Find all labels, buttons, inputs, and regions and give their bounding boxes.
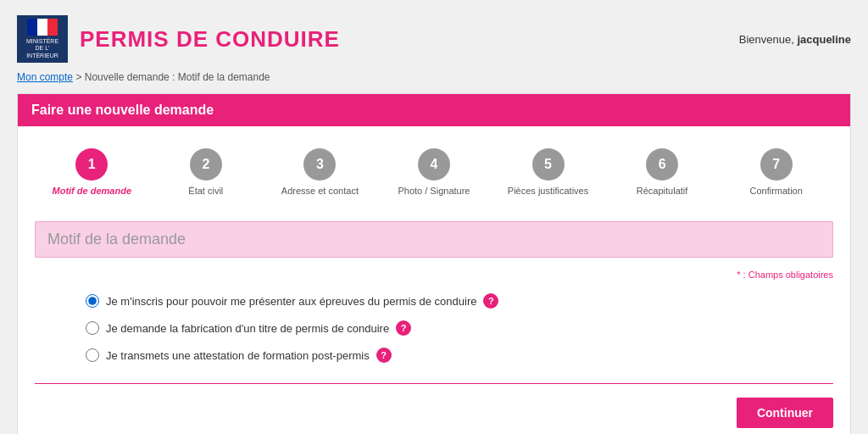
logo-text: MINISTÈREDE L'INTÉRIEUR	[26, 38, 58, 59]
step-2[interactable]: 2 État civil	[164, 148, 248, 196]
logo: MINISTÈREDE L'INTÉRIEUR	[17, 15, 68, 63]
help-icon-1[interactable]: ?	[483, 293, 498, 309]
radio-option-3[interactable]	[86, 348, 99, 362]
step-7-circle: 7	[760, 148, 793, 181]
step-5-label: Pièces justificatives	[508, 186, 588, 196]
step-5-circle: 5	[532, 148, 565, 181]
section-title: Motif de la demande	[47, 231, 186, 248]
step-6-label: Récapitulatif	[637, 186, 688, 196]
radio-option-2[interactable]	[86, 321, 99, 335]
help-icon-3[interactable]: ?	[376, 348, 392, 363]
breadcrumb-account-link[interactable]: Mon compte	[17, 71, 73, 83]
breadcrumb: Mon compte > Nouvelle demande : Motif de…	[17, 71, 851, 83]
radio-label-1[interactable]: Je m'inscris pour pouvoir me présenter a…	[106, 295, 476, 308]
breadcrumb-current: Nouvelle demande : Motif de la demande	[85, 71, 270, 83]
radio-item-1: Je m'inscris pour pouvoir me présenter a…	[86, 293, 833, 309]
step-6-circle: 6	[646, 148, 678, 181]
breadcrumb-separator: >	[75, 71, 84, 83]
welcome-text: Bienvenue, jacqueline	[739, 33, 851, 46]
step-5[interactable]: 5 Pièces justificatives	[506, 148, 591, 196]
step-4[interactable]: 4 Photo / Signature	[392, 148, 476, 196]
flag-icon	[27, 19, 58, 36]
step-7-label: Confirmation	[749, 186, 802, 196]
step-7[interactable]: 7 Confirmation	[734, 148, 819, 196]
page-wrapper: MINISTÈREDE L'INTÉRIEUR PERMIS DE CONDUI…	[0, 0, 868, 434]
radio-item-2: Je demande la fabrication d'un titre de …	[86, 320, 833, 336]
username: jacqueline	[797, 33, 851, 46]
card-header: Faire une nouvelle demande	[18, 94, 850, 126]
continue-button[interactable]: Continuer	[737, 398, 833, 428]
welcome-prefix: Bienvenue,	[739, 33, 798, 46]
card-body: 1 Motif de demande 2 État civil 3 Adress…	[18, 126, 850, 434]
flag-blue	[27, 19, 37, 36]
card-header-title: Faire une nouvelle demande	[31, 103, 214, 117]
step-4-circle: 4	[418, 148, 450, 181]
step-1-circle: 1	[75, 148, 108, 181]
main-card: Faire une nouvelle demande 1 Motif de de…	[17, 93, 851, 434]
required-note: * : Champs obligatoires	[35, 270, 833, 280]
header-left: MINISTÈREDE L'INTÉRIEUR PERMIS DE CONDUI…	[17, 15, 340, 63]
required-note-text: * : Champs obligatoires	[737, 270, 833, 280]
footer-actions: Continuer	[35, 398, 833, 428]
step-6[interactable]: 6 Récapitulatif	[620, 148, 704, 196]
flag-red	[47, 19, 58, 36]
step-2-circle: 2	[190, 148, 222, 181]
step-3[interactable]: 3 Adresse et contact	[277, 148, 362, 196]
step-1[interactable]: 1 Motif de demande	[49, 148, 134, 196]
step-2-label: État civil	[188, 186, 223, 196]
step-4-label: Photo / Signature	[398, 186, 470, 196]
radio-label-2[interactable]: Je demande la fabrication d'un titre de …	[106, 322, 389, 335]
radio-option-1[interactable]	[86, 294, 99, 308]
help-icon-2[interactable]: ?	[396, 320, 411, 336]
radio-label-3[interactable]: Je transmets une attestation de formatio…	[106, 349, 370, 362]
step-3-circle: 3	[303, 148, 336, 181]
step-3-label: Adresse et contact	[281, 186, 359, 196]
radio-item-3: Je transmets une attestation de formatio…	[86, 348, 833, 363]
section-title-bar: Motif de la demande	[35, 221, 833, 258]
step-1-label: Motif de demande	[53, 186, 132, 196]
divider	[35, 383, 833, 384]
app-title: PERMIS DE CONDUIRE	[80, 26, 340, 53]
header: MINISTÈREDE L'INTÉRIEUR PERMIS DE CONDUI…	[17, 8, 851, 71]
radio-options: Je m'inscris pour pouvoir me présenter a…	[35, 293, 833, 363]
flag-white	[37, 19, 47, 36]
steps-container: 1 Motif de demande 2 État civil 3 Adress…	[35, 140, 833, 204]
